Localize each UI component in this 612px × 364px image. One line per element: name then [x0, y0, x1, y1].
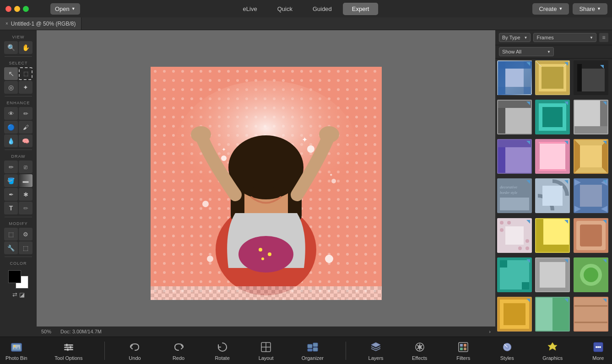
svg-point-12: [272, 187, 280, 192]
effects-tool[interactable]: Effects: [406, 337, 433, 364]
minimize-button[interactable]: [14, 6, 20, 12]
text-tool[interactable]: T: [4, 202, 18, 214]
layout-icon: [260, 341, 272, 353]
recompose-tool[interactable]: ⚙: [19, 228, 32, 241]
gradient-tool[interactable]: ▬: [19, 174, 32, 187]
redo-tool[interactable]: Redo: [165, 337, 192, 364]
frame-thumb[interactable]: [574, 60, 608, 95]
swap-colors-icon[interactable]: ⇄: [12, 291, 17, 298]
tab-close-icon[interactable]: ×: [5, 21, 8, 26]
frame-thumb[interactable]: [497, 60, 532, 95]
pen-tool[interactable]: ✒: [4, 188, 18, 201]
share-button[interactable]: Share ▼: [573, 3, 607, 15]
frame-thumb[interactable]: [497, 139, 532, 174]
frame-thumb[interactable]: [574, 218, 608, 253]
paint-bucket-tool[interactable]: 🪣: [4, 174, 18, 187]
tab-guided[interactable]: Guided: [303, 3, 341, 15]
photo-bin-tool[interactable]: Photo Bin: [0, 337, 33, 364]
frame-thumb[interactable]: [497, 257, 532, 292]
layers-icon: [369, 341, 382, 353]
frame-thumb[interactable]: [535, 218, 570, 253]
frame-thumb[interactable]: [574, 139, 608, 174]
eraser-tool[interactable]: ⎚: [19, 161, 32, 173]
lasso-tool[interactable]: ◎: [4, 81, 18, 94]
text-mask-tool[interactable]: ✏: [19, 202, 32, 214]
frame-thumb[interactable]: [497, 100, 532, 134]
frame-thumb[interactable]: [535, 297, 570, 332]
frames-dropdown[interactable]: Frames ▼: [533, 33, 596, 42]
panel-controls: By Type ▼ Frames ▼ ≡: [495, 30, 612, 45]
panel-menu-button[interactable]: ≡: [599, 33, 608, 42]
crop-tool[interactable]: ⬚: [4, 228, 18, 241]
svg-point-16: [202, 201, 209, 207]
thumb-indicator: [603, 102, 607, 105]
magic-wand-tool[interactable]: ✦: [19, 81, 32, 94]
canvas-area[interactable]: ✦ ✦ ✦ 50% Doc: 3.00M/14.: [37, 30, 495, 337]
organizer-tool[interactable]: Organizer: [296, 337, 329, 364]
create-button[interactable]: Create ▼: [532, 3, 569, 15]
scroll-arrow[interactable]: ›: [489, 329, 491, 334]
divider-bottom-2: [346, 342, 346, 360]
default-colors-icon[interactable]: ◪: [19, 291, 25, 298]
graphics-tool[interactable]: Graphics: [537, 337, 568, 364]
svg-rect-124: [313, 343, 318, 347]
smart-brush-tool[interactable]: 🧠: [19, 134, 32, 147]
shape-tool[interactable]: ✱: [19, 188, 32, 201]
red-eye-tool[interactable]: 👁: [4, 107, 18, 120]
layers-tool[interactable]: Layers: [362, 337, 390, 364]
frame-thumb[interactable]: [574, 257, 608, 292]
frame-thumb[interactable]: [535, 100, 570, 134]
marquee-tool[interactable]: ⬚: [19, 67, 32, 80]
layout-tool[interactable]: Layout: [252, 337, 280, 364]
rotate-tool[interactable]: Rotate: [209, 337, 236, 364]
thumb-indicator: [526, 259, 530, 263]
undo-icon: [129, 341, 141, 353]
color-swatches[interactable]: [8, 270, 28, 289]
tab-expert[interactable]: Expert: [343, 3, 379, 15]
frame-thumb[interactable]: [535, 60, 570, 95]
svg-point-80: [507, 221, 511, 225]
frame-thumb[interactable]: [535, 178, 570, 213]
show-all-dropdown[interactable]: Show All ▼: [499, 47, 554, 56]
by-type-dropdown[interactable]: By Type ▼: [499, 33, 531, 42]
brush-tool[interactable]: ✏: [4, 161, 18, 173]
pan-tool[interactable]: ✋: [19, 41, 32, 54]
content-aware-tool[interactable]: ⬚: [19, 241, 32, 254]
enhance-tools-1: 👁 ✏: [4, 107, 32, 120]
svg-rect-107: [552, 298, 569, 331]
undo-tool[interactable]: Undo: [121, 337, 149, 364]
frame-thumb[interactable]: [574, 178, 608, 213]
more-tool[interactable]: More: [585, 337, 612, 364]
blur-tool[interactable]: 💧: [4, 134, 18, 147]
open-button[interactable]: Open ▼: [50, 3, 80, 15]
filters-tool[interactable]: Filters: [450, 337, 477, 364]
frame-thumb[interactable]: decorativeborder style: [497, 178, 532, 213]
maximize-button[interactable]: [23, 6, 29, 12]
foreground-color[interactable]: [8, 270, 21, 283]
frame-thumb[interactable]: [535, 257, 570, 292]
file-tab[interactable]: × Untitled-1 @ 50% (RGB/8): [0, 17, 81, 30]
svg-point-22: [238, 236, 293, 273]
svg-point-138: [599, 346, 601, 348]
clone-tool[interactable]: 🔵: [4, 121, 18, 134]
spot-heal-tool[interactable]: ✏: [19, 107, 32, 120]
tab-quick[interactable]: Quick: [268, 3, 302, 15]
straighten-tool[interactable]: 🔧: [4, 241, 18, 254]
section-color: COLOR: [10, 261, 27, 266]
heal-tool[interactable]: 🖌: [19, 121, 32, 134]
frame-thumb[interactable]: [497, 218, 532, 253]
frame-thumb[interactable]: [574, 297, 608, 332]
close-button[interactable]: [5, 6, 11, 12]
tool-options-tool[interactable]: Tool Options: [49, 337, 88, 364]
frame-thumb[interactable]: [497, 297, 532, 332]
main-layout: VIEW 🔍 ✋ SELECT ↖ ⬚ ◎ ✦ ENHANCE 👁 ✏ 🔵 🖌 …: [0, 30, 612, 337]
frame-thumb[interactable]: [535, 139, 570, 174]
modify-tools-1: ⬚ ⚙: [4, 228, 32, 241]
svg-point-79: [500, 221, 504, 225]
styles-tool[interactable]: Styles: [493, 337, 521, 364]
move-tool[interactable]: ↖: [4, 67, 18, 80]
zoom-tool[interactable]: 🔍: [4, 41, 18, 54]
frame-thumb[interactable]: [574, 100, 608, 134]
svg-point-117: [65, 344, 68, 346]
tab-elive[interactable]: eLive: [234, 3, 266, 15]
